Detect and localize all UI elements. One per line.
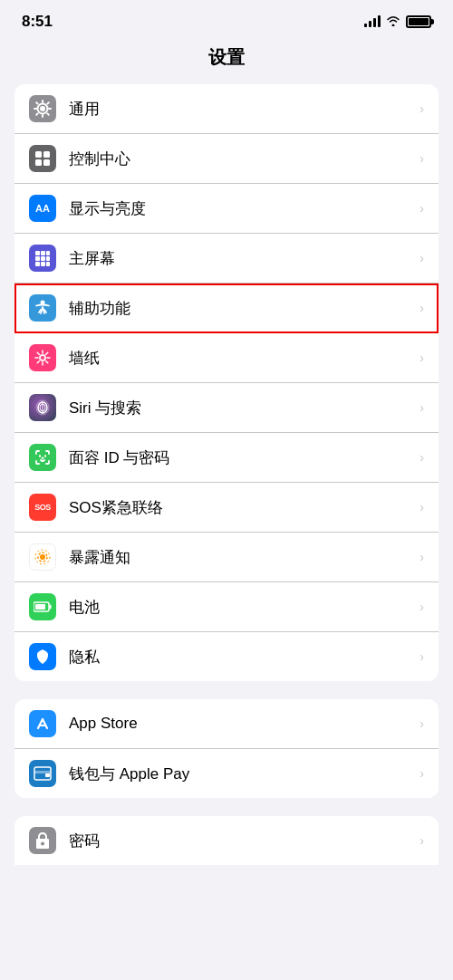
- exposure-icon: [29, 543, 56, 571]
- battery-icon: [406, 15, 431, 28]
- wallpaper-chevron: ›: [419, 351, 424, 365]
- homescreen-label: 主屏幕: [69, 248, 419, 269]
- privacy-chevron: ›: [419, 649, 424, 664]
- svg-point-17: [41, 356, 44, 360]
- wifi-icon: [386, 15, 400, 29]
- settings-group-password: 密码 ›: [14, 816, 439, 865]
- sos-icon: SOS: [29, 494, 56, 521]
- control-center-chevron: ›: [419, 151, 424, 166]
- wallet-label: 钱包与 Apple Pay: [69, 764, 419, 784]
- homescreen-chevron: ›: [419, 251, 424, 265]
- faceid-chevron: ›: [419, 450, 424, 465]
- control-center-label: 控制中心: [69, 149, 419, 169]
- display-icon: AA: [29, 195, 56, 222]
- svg-rect-11: [46, 256, 50, 261]
- settings-group-main: 通用 › 控制中心 › AA 显示与亮度 ›: [14, 84, 439, 681]
- homescreen-icon: [29, 245, 56, 272]
- settings-item-privacy[interactable]: 隐私 ›: [14, 632, 439, 681]
- svg-rect-5: [43, 159, 50, 166]
- privacy-label: 隐私: [69, 647, 419, 668]
- display-chevron: ›: [419, 201, 424, 216]
- svg-rect-8: [46, 251, 50, 255]
- accessibility-icon: [29, 294, 56, 322]
- page-title: 设置: [208, 47, 245, 67]
- settings-group-store: App Store › 钱包与 Apple Pay ›: [14, 699, 439, 798]
- settings-item-homescreen[interactable]: 主屏幕 ›: [14, 234, 439, 283]
- settings-item-control-center[interactable]: 控制中心 ›: [14, 134, 439, 184]
- status-icons: [364, 15, 431, 29]
- svg-rect-9: [35, 256, 40, 261]
- settings-item-accessibility[interactable]: 辅助功能 ›: [14, 283, 439, 333]
- accessibility-chevron: ›: [419, 301, 424, 315]
- general-label: 通用: [69, 99, 419, 120]
- exposure-chevron: ›: [419, 550, 424, 564]
- svg-rect-13: [41, 262, 45, 266]
- svg-rect-10: [41, 256, 45, 261]
- faceid-icon: [29, 444, 56, 471]
- sos-chevron: ›: [419, 500, 424, 514]
- settings-item-sos[interactable]: SOS SOS紧急联络 ›: [14, 483, 439, 533]
- settings-item-siri[interactable]: Siri 与搜索 ›: [14, 383, 439, 433]
- display-label: 显示与亮度: [69, 198, 419, 219]
- settings-item-display[interactable]: AA 显示与亮度 ›: [14, 184, 439, 234]
- siri-label: Siri 与搜索: [69, 398, 419, 418]
- status-time: 8:51: [22, 13, 53, 31]
- svg-rect-7: [41, 251, 45, 255]
- svg-rect-14: [46, 262, 50, 266]
- svg-point-32: [41, 842, 44, 846]
- appstore-label: App Store: [69, 715, 419, 733]
- battery-label: 电池: [69, 597, 419, 618]
- settings-item-battery[interactable]: 电池 ›: [14, 582, 439, 632]
- svg-rect-6: [35, 251, 40, 255]
- appstore-icon: [29, 710, 56, 737]
- page-title-bar: 设置: [0, 38, 453, 84]
- svg-rect-2: [35, 151, 42, 158]
- password-chevron: ›: [419, 833, 424, 848]
- password-icon: [29, 827, 56, 854]
- privacy-icon: [29, 643, 56, 670]
- settings-item-appstore[interactable]: App Store ›: [14, 699, 439, 749]
- status-bar: 8:51: [0, 0, 453, 38]
- general-icon: [29, 95, 56, 122]
- svg-rect-27: [35, 604, 45, 610]
- svg-rect-12: [35, 262, 40, 266]
- settings-item-wallpaper[interactable]: 墙纸 ›: [14, 333, 439, 383]
- faceid-label: 面容 ID 与密码: [69, 447, 419, 468]
- settings-item-faceid[interactable]: 面容 ID 与密码 ›: [14, 433, 439, 483]
- svg-rect-30: [34, 771, 51, 773]
- siri-icon: [29, 394, 56, 421]
- svg-rect-4: [35, 159, 42, 166]
- sos-label: SOS紧急联络: [69, 497, 419, 518]
- wallet-icon: [29, 760, 56, 787]
- general-chevron: ›: [419, 101, 424, 116]
- exposure-label: 暴露通知: [69, 547, 419, 568]
- svg-rect-3: [43, 151, 50, 158]
- password-label: 密码: [69, 831, 419, 851]
- svg-point-0: [40, 106, 45, 111]
- svg-rect-31: [45, 773, 50, 777]
- appstore-chevron: ›: [419, 716, 424, 731]
- signal-icon: [364, 16, 381, 27]
- settings-item-wallet[interactable]: 钱包与 Apple Pay ›: [14, 749, 439, 798]
- svg-rect-26: [50, 605, 52, 610]
- wallet-chevron: ›: [419, 766, 424, 781]
- control-center-icon: [29, 145, 56, 172]
- battery-settings-icon: [29, 593, 56, 620]
- svg-point-22: [40, 554, 45, 560]
- wallpaper-label: 墙纸: [69, 348, 419, 369]
- settings-item-general[interactable]: 通用 ›: [14, 84, 439, 134]
- settings-item-exposure[interactable]: 暴露通知 ›: [14, 533, 439, 582]
- siri-chevron: ›: [419, 400, 424, 415]
- settings-item-password[interactable]: 密码 ›: [14, 816, 439, 865]
- wallpaper-icon: [29, 344, 56, 371]
- accessibility-label: 辅助功能: [69, 298, 419, 319]
- battery-chevron: ›: [419, 600, 424, 614]
